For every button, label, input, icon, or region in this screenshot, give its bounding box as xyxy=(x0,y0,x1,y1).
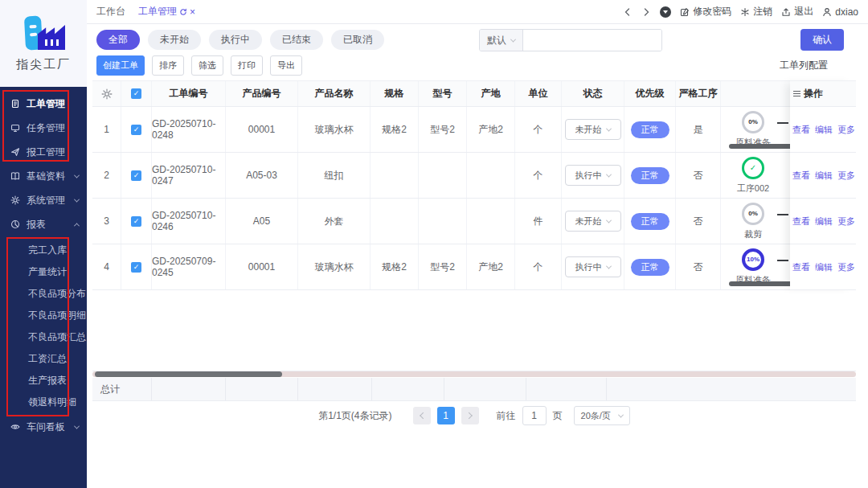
print-button[interactable]: 打印 xyxy=(231,55,263,76)
tab-work-orders[interactable]: 工单管理 × xyxy=(138,5,195,18)
view-link[interactable]: 查看 xyxy=(792,215,810,228)
more-link[interactable]: 更多 xyxy=(837,170,855,182)
tab-workbench[interactable]: 工作台 xyxy=(96,5,125,18)
page-number-button[interactable]: 1 xyxy=(437,407,455,424)
sidebar-item-workshop-board[interactable]: 车间看板 xyxy=(0,415,87,439)
operations-header: 操作 xyxy=(790,80,856,107)
sidebar-item-work-orders[interactable]: 工单管理 xyxy=(0,92,87,116)
sidebar-item-defect-distribution[interactable]: 不良品项分布 xyxy=(0,283,87,305)
prev-page-button[interactable] xyxy=(413,407,431,424)
sidebar-item-basic-data[interactable]: 基础资料 xyxy=(0,164,87,188)
edit-link[interactable]: 编辑 xyxy=(815,170,833,182)
pie-chart-icon xyxy=(10,219,20,229)
cell-spec xyxy=(371,199,419,244)
row-checkbox[interactable] xyxy=(131,170,141,181)
cell-strict: 否 xyxy=(676,244,721,289)
sidebar-item-system[interactable]: 系统管理 xyxy=(0,188,87,212)
chevron-down-icon xyxy=(74,196,80,202)
tab-label: 工单管理 xyxy=(138,5,177,18)
user-menu[interactable]: dxiao xyxy=(822,6,858,18)
pill-cancelled[interactable]: 已取消 xyxy=(331,30,384,50)
total-cell xyxy=(226,378,298,400)
next-page-button[interactable] xyxy=(461,407,479,424)
status-select[interactable]: 未开始 xyxy=(565,119,621,140)
step-connector xyxy=(777,122,788,124)
more-link[interactable]: 更多 xyxy=(837,215,855,228)
edit-link[interactable]: 编辑 xyxy=(815,261,833,273)
logo-text: 指尖工厂 xyxy=(16,57,71,72)
sidebar-item-report-work[interactable]: 报工管理 xyxy=(0,140,87,164)
cell-status: 执行中 xyxy=(562,244,624,289)
filter-button[interactable]: 筛选 xyxy=(191,55,223,76)
goto-label: 前往 xyxy=(497,409,516,423)
row-checkbox-cell xyxy=(121,244,152,289)
preset-select[interactable]: 默认 xyxy=(480,30,523,51)
more-link[interactable]: 更多 xyxy=(837,261,855,273)
progress-ring: 10% xyxy=(742,248,764,271)
operations-column: 操作 查看 编辑 更多 查看 编辑 更多 查看 编辑 更多 查看 编辑 更多 xyxy=(790,80,856,290)
gear-icon[interactable] xyxy=(101,88,113,100)
page-size-select[interactable]: 20条/页 xyxy=(574,406,630,425)
change-password-button[interactable]: 修改密码 xyxy=(680,5,731,18)
confirm-button[interactable]: 确认 xyxy=(800,29,844,51)
sidebar-item-defect-detail[interactable]: 不良品项明细 xyxy=(0,305,87,326)
exit-button[interactable]: 退出 xyxy=(781,5,813,18)
create-order-button[interactable]: 创建工单 xyxy=(96,55,145,76)
gear-icon xyxy=(10,195,20,205)
chevron-down-icon xyxy=(618,412,624,417)
row-checkbox[interactable] xyxy=(131,216,141,227)
row-checkbox[interactable] xyxy=(131,262,141,273)
logout-button[interactable]: 注销 xyxy=(740,5,772,18)
search-input[interactable] xyxy=(523,30,661,51)
cell-model: 型号2 xyxy=(419,107,467,152)
sidebar-item-label: 系统管理 xyxy=(27,194,65,207)
sidebar-item-material-detail[interactable]: 领退料明细 xyxy=(0,392,87,413)
sidebar-item-defect-summary[interactable]: 不良品项汇总 xyxy=(0,326,87,348)
header-strict: 严格工序 xyxy=(676,81,721,106)
more-link[interactable]: 更多 xyxy=(837,124,855,136)
sidebar-item-tasks[interactable]: 任务管理 xyxy=(0,116,87,140)
pill-not-started[interactable]: 未开始 xyxy=(148,30,201,50)
sidebar-item-finished-warehousing[interactable]: 完工入库 xyxy=(0,240,87,261)
goto-page-input[interactable] xyxy=(522,406,547,425)
cell-spec xyxy=(371,153,419,198)
process-step: 工序002 xyxy=(731,157,776,195)
view-link[interactable]: 查看 xyxy=(792,261,810,273)
row-actions: 查看 编辑 更多 xyxy=(790,199,856,244)
refresh-icon[interactable] xyxy=(179,8,187,16)
view-link[interactable]: 查看 xyxy=(792,124,810,136)
export-button[interactable]: 导出 xyxy=(270,55,302,76)
status-select[interactable]: 执行中 xyxy=(565,165,621,186)
pill-all[interactable]: 全部 xyxy=(96,30,140,50)
edit-link[interactable]: 编辑 xyxy=(815,124,833,136)
submenu-label: 领退料明细 xyxy=(28,396,76,409)
submenu-label: 产量统计 xyxy=(28,265,67,279)
sort-button[interactable]: 排序 xyxy=(152,55,184,76)
edit-link[interactable]: 编辑 xyxy=(815,215,833,228)
pill-finished[interactable]: 已结束 xyxy=(270,30,323,50)
row-actions: 查看 编辑 更多 xyxy=(790,107,856,153)
collapse-circle-icon[interactable] xyxy=(660,6,671,18)
logout-label: 注销 xyxy=(753,5,772,18)
nav-back-icon[interactable] xyxy=(623,7,633,17)
cell-model xyxy=(419,153,467,198)
pill-in-progress[interactable]: 执行中 xyxy=(209,30,262,50)
sidebar-item-salary-summary[interactable]: 工资汇总 xyxy=(0,348,87,370)
sidebar-item-output-statistics[interactable]: 产量统计 xyxy=(0,261,87,283)
sidebar-item-reports[interactable]: 报表 xyxy=(0,212,87,236)
view-link[interactable]: 查看 xyxy=(792,170,810,182)
nav-forward-icon[interactable] xyxy=(641,7,651,17)
cell-origin: 产地2 xyxy=(467,107,515,152)
status-select[interactable]: 执行中 xyxy=(565,256,621,277)
close-icon[interactable]: × xyxy=(190,7,195,17)
column-config-link[interactable]: 工单列配置 xyxy=(780,59,828,72)
row-checkbox[interactable] xyxy=(131,125,141,135)
status-select[interactable]: 未开始 xyxy=(565,211,621,232)
sidebar-item-label: 任务管理 xyxy=(27,121,65,135)
status-filter-pills: 全部 未开始 执行中 已结束 已取消 xyxy=(96,30,384,50)
horizontal-scrollbar-thumb[interactable] xyxy=(95,371,282,377)
select-all-checkbox[interactable] xyxy=(131,88,141,99)
sidebar-item-production-report[interactable]: 生产报表 xyxy=(0,370,87,392)
cell-origin xyxy=(467,153,515,198)
logo-factory xyxy=(38,23,65,50)
